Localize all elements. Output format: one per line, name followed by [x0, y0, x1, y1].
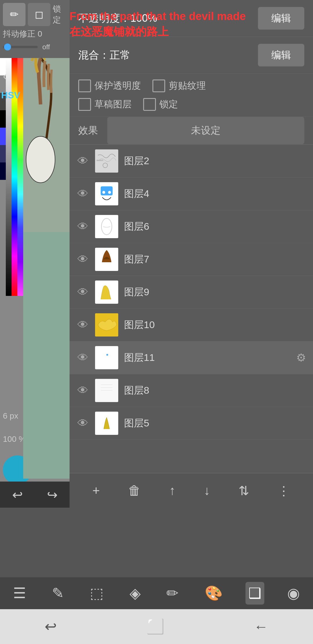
add-layer-btn[interactable]: + — [87, 480, 106, 501]
layer-thumb-4 — [95, 182, 118, 205]
edit-tool-btn[interactable]: ✎ — [49, 582, 67, 605]
hsv-label[interactable]: HSV — [1, 90, 20, 101]
lock-checkbox[interactable] — [143, 98, 156, 111]
layer-eye-5[interactable]: 👁 — [77, 417, 89, 430]
zoom-level-label: 100 % — [3, 435, 26, 444]
eraser-tool-btn[interactable]: ◻ — [28, 3, 50, 26]
layer-thumb-5 — [95, 412, 118, 435]
svg-point-8 — [108, 191, 111, 194]
layer-item-2[interactable]: 👁 sketch 图层2 — [70, 145, 313, 178]
layer-thumb-11 — [95, 346, 118, 369]
jitter-value: 0 — [38, 29, 42, 39]
move-layer-down-btn[interactable]: ↓ — [198, 480, 216, 501]
layer-item-11[interactable]: 👁 图层11 ⚙ — [70, 341, 313, 374]
jitter-slider[interactable] — [3, 46, 38, 48]
layer-list: 👁 sketch 图层2 👁 — [70, 145, 313, 473]
layer-item-10[interactable]: 👁 图层10 — [70, 309, 313, 341]
pencil-tool-btn[interactable]: ✏ — [3, 3, 26, 26]
layer-gear-11[interactable]: ⚙ — [296, 351, 306, 364]
blend-row: 混合：正常 编辑 — [70, 37, 313, 74]
layer-eye-4[interactable]: 👁 — [77, 188, 89, 200]
merge-layer-btn[interactable]: ⇅ — [233, 480, 255, 501]
menu-tool-btn[interactable]: ☰ — [10, 582, 29, 605]
layer-eye-11[interactable]: 👁 — [77, 352, 89, 364]
blend-label: 混合：正常 — [78, 48, 130, 62]
layer-thumb-6 — [95, 215, 118, 238]
move-layer-up-btn[interactable]: ↑ — [163, 480, 181, 501]
layer-name-9: 图层9 — [124, 285, 306, 299]
checkbox-group-1: 保护透明度 剪贴纹理 — [78, 79, 304, 92]
off-badge[interactable]: off — [39, 42, 53, 52]
color-tool-btn[interactable]: 🎨 — [202, 582, 225, 605]
clip-texture-checkbox[interactable] — [152, 79, 165, 92]
jitter-slider-thumb — [4, 44, 11, 50]
opacity-edit-btn[interactable]: 编辑 — [258, 7, 304, 30]
protect-alpha-checkbox[interactable] — [78, 79, 91, 92]
toolbar-left: ✏ ◻ 锁定 抖动修正 0 off — [0, 0, 70, 58]
layer-thumb-8 — [95, 379, 118, 402]
protect-alpha-item: 保护透明度 — [78, 79, 141, 92]
brush-tool-btn[interactable]: ✏ — [163, 582, 181, 605]
layer-eye-7[interactable]: 👁 — [77, 253, 89, 266]
settings-tool-btn[interactable]: ◉ — [284, 582, 303, 605]
nav-return-btn[interactable]: ← — [254, 618, 268, 635]
svg-point-15 — [106, 354, 108, 356]
protect-alpha-label: 保护透明度 — [94, 79, 141, 92]
nav-back-btn[interactable]: ↩ — [45, 618, 57, 635]
layer-name-5: 图层5 — [124, 417, 306, 430]
layer-name-11: 图层11 — [124, 351, 290, 364]
draft-layer-label: 草稿图层 — [94, 98, 132, 111]
back-arrow[interactable]: ‹ — [3, 70, 7, 83]
draft-layer-item: 草稿图层 — [78, 98, 132, 111]
jitter-label: 抖动修正 — [3, 28, 35, 39]
layers-tool-btn[interactable]: ❑ — [245, 582, 264, 605]
svg-rect-14 — [95, 346, 118, 369]
undo-redo-bar: ↩ ↪ — [0, 482, 70, 508]
svg-point-1 — [26, 136, 55, 183]
layer-eye-2[interactable]: 👁 — [77, 155, 89, 167]
bottom-toolbar: ☰ ✎ ⬚ ◈ ✏ 🎨 ❑ ◉ — [0, 577, 313, 609]
layer-item-6[interactable]: 👁 图层6 — [70, 210, 313, 243]
layer-eye-8[interactable]: 👁 — [77, 384, 89, 397]
transform-tool-btn[interactable]: ◈ — [127, 582, 143, 605]
layer-thumb-10 — [95, 313, 118, 337]
svg-rect-6 — [101, 187, 112, 195]
lock-layer-label: 锁定 — [159, 98, 178, 111]
layer-name-2: 图层2 — [124, 154, 306, 168]
layer-panel: 不透明度：100% 编辑 混合：正常 编辑 保护透明度 剪贴纹理 草稿图层 — [70, 0, 313, 508]
blend-edit-btn[interactable]: 编辑 — [258, 44, 304, 66]
layer-item-8[interactable]: 👁 图层8 — [70, 374, 313, 407]
drawing-canvas[interactable] — [23, 58, 70, 479]
layer-item-9[interactable]: 👁 图层9 — [70, 276, 313, 309]
clip-texture-item: 剪贴纹理 — [152, 79, 206, 92]
layer-thumb-2: sketch — [95, 149, 118, 173]
effects-label: 效果 — [78, 124, 101, 137]
opacity-label: 不透明度：100% — [78, 11, 157, 26]
layer-name-10: 图层10 — [124, 318, 306, 332]
canvas-area: ✏ ◻ 锁定 抖动修正 0 off — [0, 0, 70, 508]
select-tool-btn[interactable]: ⬚ — [87, 582, 106, 605]
effects-value-btn[interactable]: 未设定 — [107, 117, 304, 144]
layer-eye-6[interactable]: 👁 — [77, 220, 89, 233]
lock-item: 锁定 — [143, 98, 178, 111]
layer-item-4[interactable]: 👁 图层4 — [70, 178, 313, 210]
checkboxes-row: 保护透明度 剪贴纹理 草稿图层 锁定 — [70, 74, 313, 117]
delete-layer-btn[interactable]: 🗑 — [122, 480, 147, 501]
redo-btn[interactable]: ↪ — [47, 487, 58, 502]
layer-thumb-7 — [95, 248, 118, 271]
undo-btn[interactable]: ↩ — [12, 487, 23, 502]
draft-layer-checkbox[interactable] — [78, 98, 91, 111]
layer-item-5[interactable]: 👁 图层5 — [70, 407, 313, 440]
brush-size-label: 6 px — [3, 411, 18, 421]
layer-name-6: 图层6 — [124, 220, 306, 233]
svg-point-7 — [102, 191, 105, 194]
layer-eye-9[interactable]: 👁 — [77, 286, 89, 299]
lock-label: 锁定 — [53, 3, 67, 26]
layer-eye-10[interactable]: 👁 — [77, 319, 89, 331]
layer-item-7[interactable]: 👁 图层7 — [70, 243, 313, 276]
more-options-btn[interactable]: ⋮ — [272, 480, 296, 501]
checkbox-group-2: 草稿图层 锁定 — [78, 98, 304, 111]
nav-home-btn[interactable]: ⬜ — [146, 618, 164, 635]
layer-name-4: 图层4 — [124, 187, 306, 200]
layer-name-7: 图层7 — [124, 253, 306, 266]
